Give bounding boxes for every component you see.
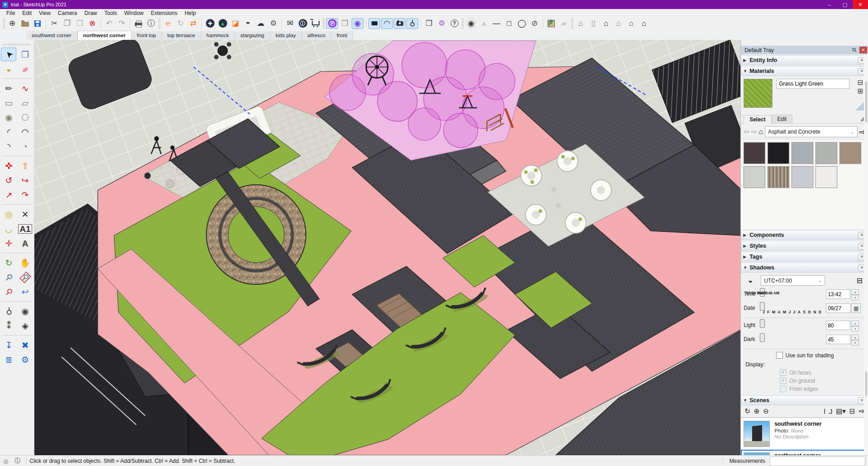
- cabinet-button[interactable]: ▯: [587, 18, 599, 29]
- calendar-icon[interactable]: ▦: [851, 303, 861, 313]
- dome-view-button[interactable]: ◠: [381, 18, 393, 29]
- scene-tab-northwest-corner[interactable]: northwest corner: [77, 31, 132, 40]
- scene-tab-southwest-corner[interactable]: southwest corner: [26, 31, 77, 40]
- polygon-tool[interactable]: ⎔: [17, 110, 33, 124]
- show-details-icon[interactable]: ⊟: [849, 407, 855, 415]
- model-info-button[interactable]: ⓘ: [145, 18, 157, 29]
- material-preview[interactable]: [744, 79, 773, 108]
- help-button[interactable]: ?: [448, 18, 460, 29]
- date-slider-handle[interactable]: [760, 302, 765, 311]
- extension-warehouse-button[interactable]: ℮: [162, 18, 174, 29]
- photo-match-button[interactable]: ▰: [558, 18, 570, 29]
- pie-tool[interactable]: ◔: [17, 139, 33, 153]
- 3d-text-tool[interactable]: A: [17, 236, 33, 250]
- view-options-icon[interactable]: ▤▾: [836, 407, 846, 415]
- secondary-pane-icon[interactable]: ⊟: [858, 79, 863, 86]
- scene-item-southwest-corner[interactable]: southwest cornerPhoto: NoneNo Descriptio…: [741, 418, 868, 450]
- placemaker-button[interactable]: Ⓟ: [326, 18, 338, 29]
- house-3d-button[interactable]: ⌂: [575, 18, 587, 29]
- ext-simplify-tool[interactable]: ↧: [1, 338, 16, 352]
- pin-icon[interactable]: ⚲: [849, 45, 859, 55]
- save-button[interactable]: [32, 18, 43, 29]
- viewport-canvas[interactable]: [34, 40, 740, 455]
- zoom-extents-tool[interactable]: ⚲: [1, 285, 16, 298]
- ext-cleanup-tool[interactable]: ✖: [17, 338, 33, 352]
- toolbar-grip[interactable]: [158, 19, 161, 29]
- box-export-button[interactable]: ❒: [423, 18, 435, 29]
- cut-button[interactable]: ✂: [48, 18, 60, 29]
- line-style-button[interactable]: —: [491, 18, 502, 29]
- orbit-tool[interactable]: ↻: [1, 256, 16, 269]
- look-around-tool[interactable]: ◉: [17, 304, 33, 318]
- select-tool[interactable]: ➤: [1, 48, 16, 61]
- move-scene-up-icon[interactable]: J: [829, 408, 833, 415]
- sync-button[interactable]: ↻: [175, 18, 186, 29]
- checker-sphere-button[interactable]: ◓: [242, 18, 254, 29]
- use-sun-row[interactable]: Use sun for shading: [744, 352, 866, 359]
- material-swatch-2[interactable]: [768, 142, 789, 164]
- date-slider[interactable]: JFMAMJJASOND: [762, 303, 822, 314]
- previous-view-tool[interactable]: ↩: [17, 285, 33, 298]
- scene-tab-hammock[interactable]: hammock: [201, 31, 235, 40]
- redo-button[interactable]: ↷: [116, 18, 128, 29]
- panel-tags[interactable]: ▶ Tags ✕: [741, 252, 868, 262]
- time-input[interactable]: [826, 289, 850, 299]
- material-swatch-9[interactable]: [816, 166, 837, 188]
- rect-style-button[interactable]: □: [503, 18, 515, 29]
- ext-layers-tool[interactable]: ≣: [1, 353, 16, 366]
- dimensions-tool[interactable]: ✕: [17, 207, 33, 221]
- status-info-icon[interactable]: ⓘ: [14, 457, 20, 465]
- house-roof-button[interactable]: ⌂: [613, 18, 625, 29]
- menu-file[interactable]: File: [3, 10, 19, 17]
- transfer-button[interactable]: ⇄: [187, 18, 199, 29]
- offset-tool[interactable]: ↷: [17, 188, 33, 202]
- geolocation-icon[interactable]: ◎: [3, 458, 8, 465]
- tray-close-button[interactable]: ✕: [859, 47, 867, 53]
- menu-edit[interactable]: Edit: [19, 10, 35, 17]
- circle-tool[interactable]: ◉: [1, 110, 16, 124]
- material-swatch-6[interactable]: [744, 166, 765, 188]
- scene-tab-alfresco[interactable]: alfresco: [302, 31, 331, 40]
- walk-tool[interactable]: ⁑: [1, 319, 16, 332]
- tray-title-bar[interactable]: Default Tray ⚲ ✕: [741, 46, 868, 54]
- menu-help[interactable]: Help: [181, 10, 200, 17]
- rotate-tool[interactable]: ↺: [1, 173, 16, 187]
- rotated-rectangle-tool[interactable]: ▱: [17, 96, 33, 110]
- create-material-icon[interactable]: ⊞: [858, 87, 863, 94]
- pan-tool[interactable]: ✋: [17, 256, 33, 269]
- house-outline-button[interactable]: ⌂: [625, 18, 637, 29]
- house-front-button[interactable]: ⌂: [600, 18, 612, 29]
- print-button[interactable]: [133, 18, 144, 29]
- display-option-on-ground[interactable]: ✓On ground: [780, 377, 866, 384]
- add-location-button[interactable]: ✚: [204, 18, 216, 29]
- light-slider[interactable]: [762, 321, 822, 327]
- toolbar-grip[interactable]: [462, 19, 464, 29]
- dark-slider-handle[interactable]: [760, 333, 765, 342]
- scene-tab-stargazing[interactable]: stargazing: [235, 31, 270, 40]
- position-camera-tool[interactable]: ⚲: [1, 304, 16, 318]
- zoom-window-tool[interactable]: ⚲: [17, 270, 33, 284]
- menu-extensions[interactable]: Extensions: [147, 10, 181, 17]
- light-input[interactable]: [826, 321, 850, 330]
- lasso-select-tool[interactable]: ❒: [17, 48, 33, 61]
- toolbar-grip[interactable]: [323, 19, 325, 29]
- dark-input[interactable]: [826, 335, 850, 344]
- measurements-input[interactable]: [770, 456, 865, 466]
- color-fan-button[interactable]: ◪: [229, 18, 241, 29]
- display-option-on-faces[interactable]: ✓On faces: [780, 369, 866, 376]
- show-shadows-icon[interactable]: ◒: [744, 276, 757, 285]
- gear-outline-button[interactable]: ⚙: [436, 18, 448, 29]
- panel-shadows[interactable]: ▼ Shadows ✕: [741, 263, 868, 273]
- light-slider-handle[interactable]: [760, 319, 765, 328]
- no-shadow-button[interactable]: ⊘: [529, 18, 540, 29]
- house-dark-roof-button[interactable]: ⌂: [638, 18, 650, 29]
- panel-entity-info[interactable]: ▶ Entity Info ✕: [741, 55, 868, 65]
- protractor-tool[interactable]: ◡: [1, 222, 16, 235]
- arc-tool[interactable]: ◜: [1, 125, 16, 139]
- freehand-tool[interactable]: ∿: [17, 82, 33, 95]
- eraser-tool[interactable]: ▰: [17, 62, 33, 76]
- dark-spinner[interactable]: ▲▼: [851, 335, 859, 346]
- remove-scene-icon[interactable]: ⊖: [763, 407, 769, 415]
- maximize-button[interactable]: ▢: [837, 0, 853, 9]
- tape-measure-tool[interactable]: ◎: [1, 207, 16, 221]
